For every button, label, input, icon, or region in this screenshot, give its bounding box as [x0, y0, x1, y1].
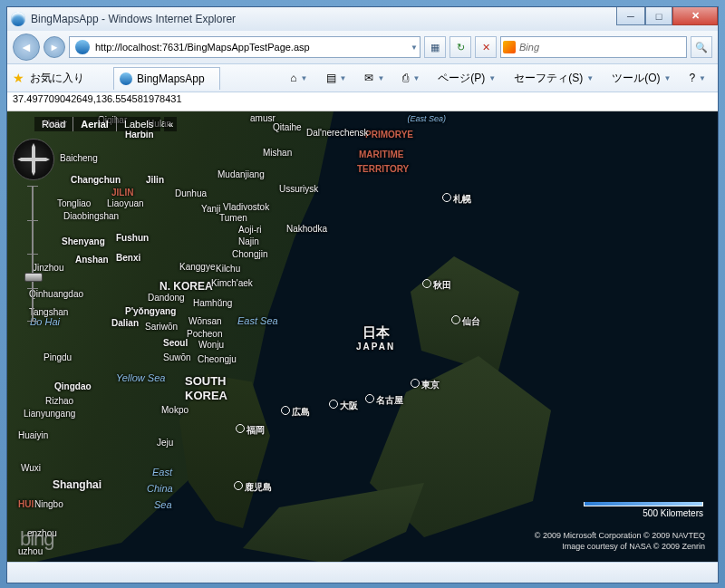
city-nakhodka: Nakhodka [286, 224, 327, 234]
city-shenyang: Shenyang [62, 236, 105, 246]
sea-east: East Sea [237, 315, 278, 326]
city-sapporo: 札幌 [442, 193, 471, 206]
city-liaoyuan: Liaoyuan [107, 198, 144, 208]
stop-button[interactable]: ✕ [475, 36, 497, 58]
city-changchun: Changchun [71, 175, 121, 185]
mail-button[interactable]: ✉▼ [358, 67, 391, 89]
city-dandong: Dandong [148, 293, 185, 303]
favorites-label[interactable]: お気に入り [30, 71, 84, 86]
city-anshan: Anshan [75, 255, 109, 265]
back-button[interactable]: ◄ [13, 34, 40, 61]
region-hui: HUI [18, 499, 34, 509]
coordinates-value: 37.497709042649,136.554581978431 [13, 93, 182, 104]
city-amusr: amusr [250, 113, 276, 123]
favorites-star-icon[interactable]: ★ [13, 71, 24, 85]
city-huaiyin: Huaiyin [18, 430, 48, 440]
search-placeholder: Bing [519, 42, 539, 53]
ie-icon [11, 12, 25, 26]
scale-label: 500 Kilometers [643, 508, 703, 518]
collapse-button[interactable]: « [164, 117, 177, 131]
country-nkorea: N. KOREA [160, 280, 213, 293]
city-fukuoka: 福岡 [236, 424, 265, 437]
url-input[interactable] [93, 41, 411, 53]
city-lianyungang: Lianyungang [24, 409, 75, 419]
city-dunhua: Dunhua [175, 188, 207, 198]
city-seoul: Seoul [163, 338, 188, 348]
sea-yellow: Yellow Sea [116, 372, 165, 383]
coordinate-bar: 37.497709042649,136.554581978431 [7, 92, 718, 111]
tab-bingmapsapp[interactable]: BingMapsApp [113, 67, 220, 90]
city-dalnerechensk: Dal'nerechensk [306, 128, 369, 138]
city-jilin: Jilin [146, 175, 164, 185]
status-bar [7, 562, 718, 583]
city-dalian: Dalian [111, 318, 139, 328]
mode-road[interactable]: Road [34, 117, 72, 131]
close-button[interactable]: ✕ [672, 7, 718, 25]
city-yanji: Yanji [201, 204, 221, 214]
minimize-button[interactable]: ─ [616, 7, 645, 25]
tools-menu[interactable]: ツール(O)▼ [605, 67, 677, 89]
pan-control[interactable] [13, 139, 54, 180]
city-tokyo: 東京 [411, 379, 440, 391]
print-button[interactable]: ⎙▼ [396, 67, 426, 89]
city-hamhung: Hamhŭng [193, 298, 232, 308]
search-box[interactable]: Bing [500, 36, 687, 58]
city-kilchu: Kilchu [216, 264, 240, 274]
city-rizhao: Rizhao [45, 396, 73, 406]
scale-bar: 500 Kilometers [584, 502, 703, 518]
city-diaobingshan: Diaobingshan [63, 211, 119, 221]
safety-menu[interactable]: セーフティ(S)▼ [508, 67, 600, 89]
city-kimchaek: Kimch'aek [211, 278, 253, 288]
city-chongjin: Chongjin [232, 249, 267, 259]
city-kagoshima: 鹿児島 [234, 481, 272, 494]
city-wuxi: Wuxi [21, 463, 41, 473]
bing-icon [503, 41, 516, 53]
tab-icon [120, 72, 132, 85]
sea-eastchina1: East [152, 467, 172, 477]
city-benxi: Benxi [116, 253, 140, 263]
mode-aerial[interactable]: Aerial [72, 117, 116, 131]
refresh-button[interactable]: ↻ [450, 36, 471, 58]
maximize-button[interactable]: □ [645, 7, 672, 25]
city-aoji: Aoji-ri [238, 225, 262, 235]
city-baicheng: Baicheng [60, 153, 98, 163]
city-pingdu: Pingdu [44, 352, 72, 362]
help-button[interactable]: ?▼ [682, 67, 712, 89]
city-osaka: 大阪 [329, 400, 358, 412]
region-territory: TERRITORY [357, 164, 409, 174]
city-sendai: 仙台 [451, 315, 480, 328]
city-najin: Najin [238, 236, 259, 246]
city-qitaihe: Qitaihe [273, 122, 302, 132]
forward-button[interactable]: ► [44, 36, 65, 58]
page-menu[interactable]: ページ(P)▼ [431, 67, 502, 89]
zoom-slider[interactable] [27, 186, 38, 322]
city-suwon: Suwŏn [163, 352, 191, 362]
map-view[interactable]: Road Aerial Labels « PRIMORYE MARITIME T… [7, 111, 718, 562]
titlebar: BingMapsApp - Windows Internet Explorer … [7, 7, 718, 31]
city-shanghai: Shanghai [53, 478, 102, 491]
region-primorye: PRIMORYE [365, 130, 413, 140]
city-mishan: Mishan [263, 148, 292, 158]
sea-eastchina2: China [147, 483, 173, 494]
sea-eastchina3: Sea [154, 499, 172, 510]
url-dropdown[interactable]: ▼ [411, 43, 418, 52]
country-skorea1: SOUTH [185, 374, 227, 388]
city-sariwon: Sariwŏn [145, 322, 178, 332]
bing-logo: bing [20, 527, 54, 551]
city-wonsan: Wŏnsan [188, 316, 222, 326]
map-credits: © 2009 Microsoft Corporation © 2009 NAVT… [535, 530, 705, 553]
mode-labels[interactable]: Labels [116, 117, 160, 131]
city-vladivostok: Vladivostok [223, 202, 269, 212]
favorites-row: ★ お気に入り BingMapsApp ⌂▼ ▤▼ ✉▼ ⎙▼ ページ(P)▼ … [7, 64, 718, 92]
city-nagoya: 名古屋 [365, 394, 403, 407]
window-title: BingMapsApp - Windows Internet Explorer [31, 13, 236, 25]
region-jilin: JILIN [111, 188, 133, 198]
city-jeju: Jeju [157, 438, 173, 448]
compat-button[interactable]: ▦ [424, 36, 446, 58]
address-bar[interactable]: ▼ [69, 36, 420, 58]
feed-button[interactable]: ▤▼ [320, 67, 353, 89]
zoom-handle[interactable] [24, 273, 43, 282]
country-japan: 日本 JAPAN [356, 324, 395, 352]
search-button[interactable]: 🔍 [691, 36, 712, 58]
home-button[interactable]: ⌂▼ [284, 67, 314, 89]
